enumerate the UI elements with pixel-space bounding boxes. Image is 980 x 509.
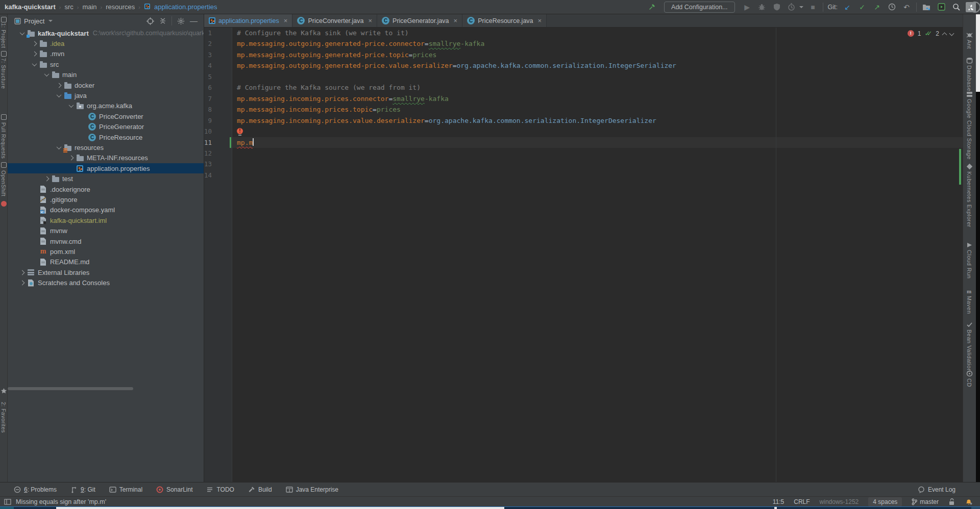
git-push-icon[interactable]: ↗ [872,2,882,12]
run-anything-icon[interactable] [936,2,946,12]
code-line[interactable]: mp.messaging.outgoing.generated-price.to… [237,49,436,60]
database-icon[interactable] [966,57,973,64]
tool-bar-item-sonarlint[interactable]: SonarLint [156,486,192,493]
profiler-dropdown-icon[interactable] [799,6,803,8]
run-icon[interactable]: ▶ [742,2,752,12]
tool-window-button-kubernetes-explorer[interactable]: Kubernetes Explorer [966,171,972,227]
tree-item-java[interactable]: java [8,90,204,100]
red-dot-icon[interactable] [1,201,7,207]
tree-item-meta-inf-resources[interactable]: META-INF.resources [8,153,204,163]
tree-item-org-acme-kafka[interactable]: org.acme.kafka [8,101,204,111]
tree-item-priceconverter[interactable]: CPriceConverter [8,111,204,121]
bean-icon[interactable] [966,321,973,328]
tree-item-mvnw-cmd[interactable]: mvnw.cmd [8,236,204,246]
pull-request-icon[interactable] [1,114,7,120]
chevron-right-icon[interactable] [68,156,74,161]
cd-icon[interactable] [966,370,973,377]
editor-code-pane[interactable]: # Configure the Kafka sink (we write to … [204,28,963,482]
tool-bar-item-java-enterprise[interactable]: Java Enterprise [286,486,338,493]
breadcrumb-item-src[interactable]: src [64,3,73,11]
editor[interactable]: 1234567891011121314 # Configure the Kafk… [204,28,963,482]
chevron-down-icon[interactable] [44,71,49,77]
settings-gear-icon[interactable] [177,17,185,25]
project-panel-header[interactable]: Project — [8,14,204,28]
stop-icon[interactable]: ■ [808,2,818,12]
chevron-right-icon[interactable] [32,52,37,57]
chevron-right-icon[interactable] [44,176,49,182]
tool-window-button-openshift[interactable]: OpenShift [1,170,7,196]
collapse-all-icon[interactable] [159,17,166,24]
project-tree-hscrollbar[interactable] [8,387,133,390]
error-quickfix-bulb-icon[interactable] [237,128,243,134]
project-structure-icon[interactable] [921,2,932,12]
tree-item-docker-compose-yaml[interactable]: docker-compose.yaml [8,205,204,215]
breadcrumb-item-kafka-quickstart[interactable]: kafka-quickstart [5,3,56,11]
tree-item-src[interactable]: src [8,59,204,69]
tab-close-icon[interactable]: × [454,17,458,24]
inspection-widget[interactable]: ! 1 ✓✓ 2 [908,30,953,37]
code-line[interactable]: # Configure the Kafka source (we read fr… [237,82,421,93]
tool-window-button-pull-requests[interactable]: Pull Requests [1,122,7,159]
breadcrumb-item-application-properties[interactable]: application.properties [154,3,217,11]
chevron-right-icon[interactable] [32,41,37,46]
project-view-dropdown-icon[interactable] [48,20,53,22]
previous-problem-icon[interactable] [942,32,947,37]
tree-item-main[interactable]: main [8,70,204,80]
git-rollback-icon[interactable]: ↶ [901,2,912,12]
next-problem-icon[interactable] [949,31,954,36]
tree-item-external-libraries[interactable]: External Libraries [8,267,204,277]
tree-item-docker[interactable]: docker [8,80,204,90]
tool-window-button-ant[interactable]: Ant [966,40,972,49]
tab-close-icon[interactable]: × [538,17,542,24]
tool-window-button-cd[interactable]: CD [966,378,972,387]
tab-priceconverter-java[interactable]: CPriceConverter.java× [292,14,377,27]
tree-item-scratches-and-consoles[interactable]: Scratches and Consoles [8,277,204,288]
tree-item-mvn[interactable]: .mvn [8,49,204,59]
code-line[interactable] [237,126,245,137]
tree-item-kafka-quickstart-iml[interactable]: kafka-quickstart.iml [8,215,204,225]
tab-priceresource-java[interactable]: CPriceResource.java× [462,14,547,27]
tool-window-button-bean-validation[interactable]: Bean Validation [966,329,972,372]
build-hammer-icon[interactable] [647,2,657,12]
toolwindow-toggle-icon[interactable] [4,499,11,505]
add-configuration-button[interactable]: Add Configuration... [664,2,735,13]
tree-item-application-properties[interactable]: application.properties [8,163,204,173]
tool-bar-item-git[interactable]: 9: Git [70,486,95,493]
chevron-right-icon[interactable] [19,270,24,275]
encoding-widget[interactable]: windows-1252 [820,498,859,505]
tool-bar-item-problems[interactable]: 6: Problems [14,486,57,493]
ant-icon[interactable] [966,32,973,38]
tool-window-button-cloud-run[interactable]: Cloud Run [966,250,972,278]
chevron-down-icon[interactable] [32,61,37,66]
caret-position-widget[interactable]: 11:5 [773,498,784,505]
tool-bar-item-build[interactable]: Build [248,486,272,493]
chevron-right-icon[interactable] [56,83,61,88]
code-line[interactable]: mp.m [237,137,254,148]
gcs-icon[interactable] [966,91,973,97]
star-icon[interactable] [1,388,7,394]
coverage-icon[interactable] [772,2,782,12]
code-line[interactable]: mp.messaging.outgoing.generated-price.va… [237,60,676,71]
breadcrumb-item-main[interactable]: main [82,3,96,11]
tab-close-icon[interactable]: × [284,17,288,24]
profiler-icon[interactable] [787,2,797,12]
hide-panel-icon[interactable]: — [190,18,198,23]
tree-item-dockerignore[interactable]: .dockerignore [8,184,204,194]
search-everywhere-icon[interactable] [951,2,961,12]
indent-widget[interactable]: 4 spaces [868,497,902,506]
structure-icon[interactable] [1,51,7,57]
tab-pricegenerator-java[interactable]: CPriceGenerator.java× [377,14,462,27]
maven-icon[interactable]: m [966,288,973,294]
tree-item-mvnw[interactable]: mvnw [8,225,204,236]
tree-item-test[interactable]: test [8,173,204,184]
code-line[interactable]: # Configure the Kafka sink (we write to … [237,28,409,38]
tool-bar-item-event-log[interactable]: Event Log [918,486,955,493]
tool-bar-item-todo[interactable]: TODO [206,486,234,493]
git-history-icon[interactable] [887,2,897,12]
cloud-run-icon[interactable] [966,242,973,248]
line-ending-widget[interactable]: CRLF [794,498,810,505]
tree-item-readme-md[interactable]: README.md [8,257,204,267]
debug-icon[interactable] [757,2,767,12]
chevron-right-icon[interactable] [19,281,24,286]
tab-close-icon[interactable]: × [369,17,373,24]
